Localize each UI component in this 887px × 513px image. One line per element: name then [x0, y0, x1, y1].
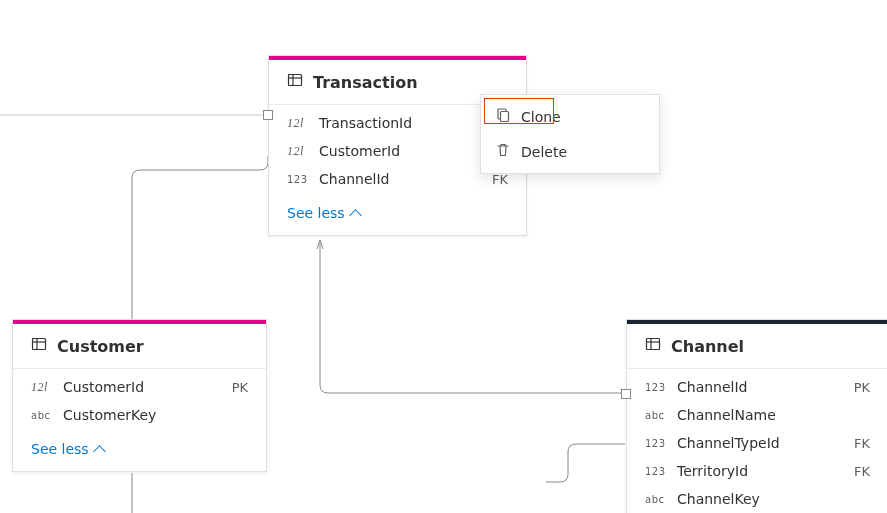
column-name: ChannelName [677, 407, 860, 423]
entity-header[interactable]: Customer [13, 324, 266, 369]
copy-icon [495, 107, 511, 126]
connection-port[interactable] [263, 110, 273, 120]
trash-icon [495, 142, 511, 161]
context-menu: Clone Delete [480, 94, 660, 174]
column-name: TerritoryId [677, 463, 844, 479]
datatype-icon: abc [645, 410, 667, 421]
column-row[interactable]: abc ChannelName [627, 401, 887, 429]
datatype-icon: 12l [287, 144, 309, 159]
column-key: FK [854, 464, 870, 479]
datatype-icon: 123 [645, 382, 667, 393]
datatype-icon: 12l [31, 380, 53, 395]
menu-item-clone[interactable]: Clone [481, 99, 659, 134]
column-name: TransactionId [319, 115, 498, 131]
column-key: PK [232, 380, 248, 395]
menu-item-label: Clone [521, 109, 561, 125]
connection-port[interactable] [621, 389, 631, 399]
entity-title: Transaction [313, 73, 418, 92]
entity-header[interactable]: Channel [627, 324, 887, 369]
svg-rect-6 [647, 339, 660, 350]
svg-rect-10 [501, 112, 509, 122]
svg-rect-3 [33, 339, 46, 350]
entity-channel[interactable]: Channel 123 ChannelId PK abc ChannelName… [626, 319, 887, 513]
entity-title: Customer [57, 337, 144, 356]
chevron-up-icon [349, 209, 362, 222]
column-name: CustomerId [319, 143, 498, 159]
column-key: FK [854, 436, 870, 451]
datatype-icon: abc [31, 410, 53, 421]
column-name: ChannelKey [677, 491, 860, 507]
svg-rect-0 [289, 75, 302, 86]
entity-customer[interactable]: Customer 12l CustomerId PK abc CustomerK… [12, 319, 267, 472]
column-row[interactable]: 123 TerritoryId FK [627, 457, 887, 485]
column-name: ChannelTypeId [677, 435, 844, 451]
menu-item-label: Delete [521, 144, 567, 160]
column-name: CustomerKey [63, 407, 238, 423]
table-icon [31, 336, 47, 356]
column-row[interactable]: abc ChannelKey [627, 485, 887, 513]
entity-columns: 123 ChannelId PK abc ChannelName 123 Cha… [627, 369, 887, 513]
see-less-toggle[interactable]: See less [13, 433, 266, 471]
datatype-icon: 123 [287, 174, 309, 185]
column-row[interactable]: abc CustomerKey [13, 401, 266, 429]
table-icon [287, 72, 303, 92]
column-name: ChannelId [677, 379, 844, 395]
see-less-toggle[interactable]: See less [269, 197, 526, 235]
toggle-label: See less [31, 441, 89, 457]
column-row[interactable]: 12l CustomerId PK [13, 373, 266, 401]
chevron-up-icon [93, 445, 106, 458]
menu-item-delete[interactable]: Delete [481, 134, 659, 169]
datatype-icon: 123 [645, 438, 667, 449]
column-row[interactable]: 123 ChannelTypeId FK [627, 429, 887, 457]
toggle-label: See less [287, 205, 345, 221]
entity-columns: 12l CustomerId PK abc CustomerKey [13, 369, 266, 433]
column-name: ChannelId [319, 171, 482, 187]
column-key: PK [854, 380, 870, 395]
entity-title: Channel [671, 337, 744, 356]
datatype-icon: 12l [287, 116, 309, 131]
table-icon [645, 336, 661, 356]
datatype-icon: abc [645, 494, 667, 505]
column-name: CustomerId [63, 379, 222, 395]
datatype-icon: 123 [645, 466, 667, 477]
column-row[interactable]: 123 ChannelId PK [627, 373, 887, 401]
